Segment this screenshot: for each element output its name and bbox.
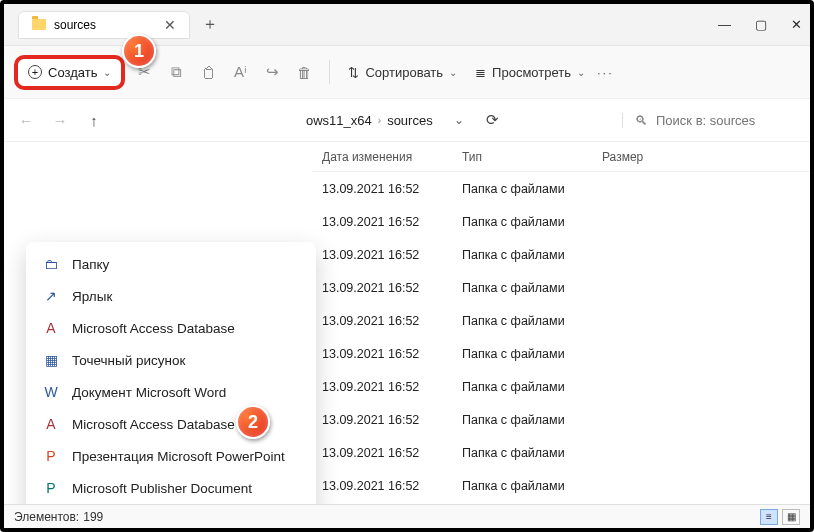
sort-label: Сортировать [365,65,443,80]
tab-title: sources [54,18,96,32]
ctx-item-shortcut[interactable]: ↗Ярлык [26,280,316,312]
thumbnails-view-button[interactable]: ▦ [782,509,800,525]
ctx-item-pub[interactable]: PMicrosoft Publisher Document [26,472,316,504]
share-icon[interactable]: ↪ [259,63,285,81]
access-icon: A [42,319,60,337]
cell-date: 13.09.2021 16:52 [312,281,462,295]
sort-button[interactable]: ⇅ Сортировать ⌄ [342,61,463,84]
chevron-down-icon[interactable]: ⌄ [445,113,473,127]
ctx-item-label: Microsoft Access Database [72,417,235,432]
ctx-item-label: Папку [72,257,109,272]
cell-type: Папка с файлами [462,314,602,328]
cell-type: Папка с файлами [462,413,602,427]
table-row[interactable]: 13.09.2021 16:52Папка с файлами [312,370,810,403]
nav-back-icon[interactable]: ← [12,112,40,129]
ctx-item-access[interactable]: AMicrosoft Access Database [26,408,316,440]
nav-forward-icon[interactable]: → [46,112,74,129]
cell-type: Папка с файлами [462,380,602,394]
ctx-item-label: Microsoft Publisher Document [72,481,252,496]
col-type[interactable]: Тип [462,150,602,164]
crumb-part[interactable]: ows11_x64 [306,113,372,128]
cell-type: Папка с файлами [462,182,602,196]
view-icon: ≣ [475,65,486,80]
cell-type: Папка с файлами [462,281,602,295]
chevron-down-icon: ⌄ [449,67,457,78]
word-icon: W [42,383,60,401]
table-row[interactable]: 13.09.2021 16:52Папка с файлами [312,337,810,370]
callout-badge-2: 2 [236,405,270,439]
delete-icon[interactable]: 🗑︎ [291,64,317,81]
window-controls: — ▢ ✕ [718,17,802,32]
nav-up-icon[interactable]: ↑ [80,112,108,129]
create-label: Создать [48,65,97,80]
ctx-item-access[interactable]: AMicrosoft Access Database [26,312,316,344]
table-row[interactable]: 13.09.2021 16:52Папка с файлами [312,172,810,205]
view-button[interactable]: ≣ Просмотреть ⌄ [469,61,591,84]
ctx-item-bitmap[interactable]: ▦Точечный рисунок [26,344,316,376]
explorer-window: sources ✕ ＋ — ▢ ✕ + Создать ⌄ ✂ ⧉ 📋︎ Aⁱ … [0,0,814,532]
plus-icon: + [28,65,42,79]
table-row[interactable]: 13.09.2021 16:52Папка с файлами [312,403,810,436]
table-row[interactable]: 13.09.2021 16:52Папка с файлами [312,271,810,304]
chevron-right-icon: › [378,115,381,126]
table-row[interactable]: 13.09.2021 16:52Папка с файлами [312,502,810,504]
close-tab-icon[interactable]: ✕ [164,17,176,33]
cell-date: 13.09.2021 16:52 [312,215,462,229]
cell-date: 13.09.2021 16:52 [312,347,462,361]
cell-date: 13.09.2021 16:52 [312,446,462,460]
col-size[interactable]: Размер [602,150,702,164]
table-row[interactable]: 13.09.2021 16:52Папка с файлами [312,436,810,469]
ctx-item-folder[interactable]: 🗀Папку [26,248,316,280]
view-label: Просмотреть [492,65,571,80]
paste-icon[interactable]: 📋︎ [195,64,221,81]
refresh-icon[interactable]: ⟳ [479,111,507,129]
file-list: 13.09.2021 16:52Папка с файлами13.09.202… [312,172,810,504]
minimize-button[interactable]: — [718,17,731,32]
more-button[interactable]: ··· [597,65,614,80]
status-prefix: Элементов: [14,510,79,524]
ctx-item-word[interactable]: WДокумент Microsoft Word [26,376,316,408]
statusbar: Элементов: 199 ≡ ▦ [4,504,810,528]
ctx-item-label: Документ Microsoft Word [72,385,226,400]
ctx-item-label: Microsoft Access Database [72,321,235,336]
pub-icon: P [42,479,60,497]
cell-date: 13.09.2021 16:52 [312,314,462,328]
details-view-button[interactable]: ≡ [760,509,778,525]
search-icon: 🔍︎ [635,113,648,128]
cell-date: 13.09.2021 16:52 [312,479,462,493]
breadcrumb[interactable]: ows11_x64 › sources [300,113,439,128]
ctx-item-label: Ярлык [72,289,112,304]
cell-type: Папка с файлами [462,479,602,493]
cell-type: Папка с файлами [462,248,602,262]
new-tab-button[interactable]: ＋ [202,14,218,35]
address-bar: ← → ↑ ows11_x64 › sources ⌄ ⟳ 🔍︎ [4,98,810,142]
cell-date: 13.09.2021 16:52 [312,182,462,196]
search-box[interactable]: 🔍︎ [622,113,802,128]
table-row[interactable]: 13.09.2021 16:52Папка с файлами [312,205,810,238]
col-date[interactable]: Дата изменения [312,150,462,164]
ctx-item-ppt[interactable]: PПрезентация Microsoft PowerPoint [26,440,316,472]
status-count: 199 [83,510,103,524]
table-row[interactable]: 13.09.2021 16:52Папка с файлами [312,238,810,271]
cell-type: Папка с файлами [462,215,602,229]
bitmap-icon: ▦ [42,351,60,369]
column-headers: Дата изменения Тип Размер [312,142,810,172]
separator [329,60,330,84]
shortcut-icon: ↗ [42,287,60,305]
rename-icon[interactable]: Aⁱ [227,63,253,81]
folder-icon [32,19,46,30]
table-row[interactable]: 13.09.2021 16:52Папка с файлами [312,304,810,337]
crumb-part[interactable]: sources [387,113,433,128]
create-button[interactable]: + Создать ⌄ [14,55,125,90]
close-window-button[interactable]: ✕ [791,17,802,32]
cell-date: 13.09.2021 16:52 [312,413,462,427]
table-row[interactable]: 13.09.2021 16:52Папка с файлами [312,469,810,502]
ctx-item-label: Презентация Microsoft PowerPoint [72,449,285,464]
ppt-icon: P [42,447,60,465]
maximize-button[interactable]: ▢ [755,17,767,32]
search-input[interactable] [656,113,786,128]
cell-date: 13.09.2021 16:52 [312,248,462,262]
tab-sources[interactable]: sources ✕ [18,11,190,39]
copy-icon[interactable]: ⧉ [163,63,189,81]
ctx-item-label: Точечный рисунок [72,353,185,368]
